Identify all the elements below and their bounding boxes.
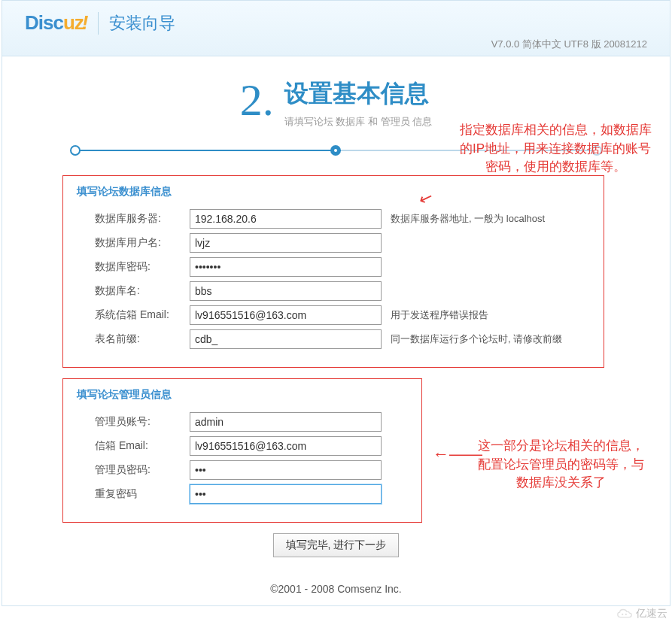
db-info-block: 填写论坛数据库信息 数据库服务器: 数据库服务器地址, 一般为 localhos… [62,175,604,368]
hint-db-email: 用于发送程序错误报告 [391,308,488,322]
label-db-prefix: 表名前缀: [77,332,190,346]
row-db-email: 系统信箱 Email: 用于发送程序错误报告 [77,305,590,325]
submit-row: 填写完毕, 进行下一步 [2,533,670,557]
input-db-server[interactable] [190,209,382,229]
logo-separator [98,12,99,35]
header: Discuz! 安装向导 V7.0.0 简体中文 UTF8 版 20081212 [2,1,670,56]
input-db-user[interactable] [190,233,382,253]
row-admin-account: 管理员账号: [77,412,408,432]
label-db-name: 数据库名: [77,284,190,298]
progress-fill [74,150,341,151]
admin-block-title: 填写论坛管理员信息 [77,388,408,402]
row-db-pass: 数据库密码: [77,257,590,277]
step-dot-1 [70,145,81,156]
step-dot-2-current [330,145,341,156]
label-db-email: 系统信箱 Email: [77,308,190,322]
annotation-db: 指定数据库相关的信息，如数据库的IP地址，用来连接数据库的账号密码，使用的数据库… [456,121,655,177]
logo-text-2: uz [63,11,84,34]
row-db-server: 数据库服务器: 数据库服务器地址, 一般为 localhost [77,209,590,229]
watermark: 亿速云 [616,607,667,620]
footer-text: ©2001 - 2008 Comsenz Inc. [2,583,670,595]
input-admin-pass[interactable] [190,460,382,480]
logo-text-3: ! [82,11,88,34]
input-db-pass[interactable] [190,257,382,277]
logo-row: Discuz! 安装向导 [25,11,647,35]
hint-db-prefix: 同一数据库运行多个论坛时, 请修改前缀 [391,332,562,346]
input-db-prefix[interactable] [190,329,382,349]
stage-number: 2. [240,77,274,123]
row-admin-email: 信箱 Email: [77,436,408,456]
submit-button[interactable]: 填写完毕, 进行下一步 [273,533,400,557]
row-db-user: 数据库用户名: [77,233,590,253]
input-db-email[interactable] [190,305,382,325]
row-db-name: 数据库名: [77,281,590,301]
input-admin-email[interactable] [190,436,382,456]
row-admin-repeat: 重复密码 [77,484,408,504]
label-admin-pass: 管理员密码: [77,463,190,477]
input-admin-repeat[interactable] [190,484,382,504]
row-db-prefix: 表名前缀: 同一数据库运行多个论坛时, 请修改前缀 [77,329,590,349]
stage-subtitle: 请填写论坛 数据库 和 管理员 信息 [284,115,432,129]
admin-info-block: 填写论坛管理员信息 管理员账号: 信箱 Email: 管理员密码: 重复密码 [62,378,422,523]
page-frame: Discuz! 安装向导 V7.0.0 简体中文 UTF8 版 20081212… [2,0,670,606]
stage-title: 设置基本信息 [284,77,432,111]
version-text: V7.0.0 简体中文 UTF8 版 20081212 [491,38,647,51]
logo-text-1: Disc [25,11,63,34]
input-db-name[interactable] [190,281,382,301]
cloud-icon [616,607,633,620]
arrow-icon-2: ←—— [433,444,482,464]
label-admin-repeat: 重复密码 [77,487,190,501]
annotation-admin: 这一部分是论坛相关的信息，配置论坛管理员的密码等，与数据库没关系了 [474,437,647,493]
label-db-server: 数据库服务器: [77,212,190,226]
svg-point-1 [625,614,627,615]
hint-db-server: 数据库服务器地址, 一般为 localhost [391,212,545,226]
label-db-pass: 数据库密码: [77,260,190,274]
logo: Discuz! [25,11,87,35]
label-admin-email: 信箱 Email: [77,439,190,453]
input-admin-account[interactable] [190,412,382,432]
svg-point-0 [622,614,623,615]
db-block-title: 填写论坛数据库信息 [77,185,590,199]
wizard-label: 安装向导 [109,12,175,35]
label-admin-account: 管理员账号: [77,415,190,429]
row-admin-pass: 管理员密码: [77,460,408,480]
label-db-user: 数据库用户名: [77,236,190,250]
watermark-text: 亿速云 [636,607,667,620]
